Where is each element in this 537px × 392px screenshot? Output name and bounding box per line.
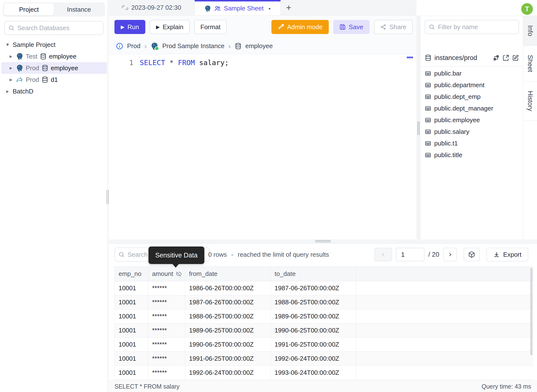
- database-search-input[interactable]: Search Databases: [4, 21, 104, 35]
- caret-right-icon[interactable]: ▸: [8, 53, 14, 60]
- tree-item-batchd[interactable]: ▸ BatchD: [0, 85, 108, 97]
- download-icon: [493, 251, 500, 258]
- table-cell[interactable]: 10001: [115, 281, 148, 295]
- schema-table-item[interactable]: public.t1: [421, 137, 523, 149]
- tab-info[interactable]: Info: [523, 16, 537, 46]
- table-cell[interactable]: 1991-06-25T00:00:00Z: [271, 338, 356, 352]
- table-row[interactable]: 10001******1986-06-26T00:00:00Z1987-06-2…: [115, 281, 534, 295]
- schema-diagram-icon[interactable]: [493, 54, 500, 61]
- sql-editor[interactable]: 1 SELECT * FROM salary;: [109, 54, 416, 239]
- editor-tab-unsaved[interactable]: 2023-09-27 02:30: [109, 0, 195, 15]
- schema-table-item[interactable]: public.dept_emp: [421, 91, 523, 102]
- results-resize-handle[interactable]: [315, 240, 331, 242]
- table-cell[interactable]: 10001: [115, 366, 148, 380]
- page-number-input[interactable]: [396, 248, 424, 261]
- panel-resize-handle[interactable]: [417, 121, 419, 135]
- info-icon[interactable]: [116, 43, 123, 50]
- unsaved-dot-icon: ●: [268, 6, 271, 10]
- table-cell[interactable]: 1990-06-25T00:00:00Z: [271, 324, 356, 338]
- breadcrumb-environment[interactable]: Prod: [127, 42, 140, 50]
- table-cell[interactable]: 1993-06-24T00:00:00Z: [271, 366, 356, 380]
- table-cell[interactable]: 10001: [115, 309, 148, 324]
- table-cell[interactable]: 10001: [115, 295, 148, 309]
- table-cell[interactable]: ******: [148, 324, 185, 338]
- table-cell[interactable]: ******: [148, 281, 185, 295]
- breadcrumb-instance[interactable]: Prod Sample Instance: [162, 42, 225, 50]
- schema-table-label: public.bar: [434, 70, 462, 77]
- table-cell-filler: [356, 352, 534, 366]
- schema-table-item[interactable]: public.dept_manager: [421, 102, 523, 114]
- table-row[interactable]: 10001******1988-06-25T00:00:00Z1989-06-2…: [115, 309, 534, 324]
- table-cell[interactable]: 1989-06-25T00:00:00Z: [271, 309, 356, 324]
- table-cell[interactable]: 1990-06-25T00:00:00Z: [185, 338, 271, 352]
- save-button[interactable]: Save: [333, 20, 369, 34]
- admin-mode-button[interactable]: Admin mode: [271, 20, 329, 34]
- table-row[interactable]: 10001******1990-06-25T00:00:00Z1991-06-2…: [115, 338, 534, 352]
- table-row[interactable]: 10001******1989-06-25T00:00:00Z1990-06-2…: [115, 324, 534, 338]
- edit-icon[interactable]: [512, 54, 519, 61]
- column-header-from_date[interactable]: from_date: [185, 267, 271, 281]
- tab-sheet[interactable]: Sheet: [523, 46, 537, 82]
- format-button[interactable]: Format: [194, 20, 227, 34]
- schema-table-item[interactable]: public.department: [421, 79, 523, 91]
- column-header-amount[interactable]: amount: [148, 267, 185, 281]
- prev-page-button[interactable]: [374, 248, 392, 261]
- table-row[interactable]: 10001******1992-06-24T00:00:00Z1993-06-2…: [115, 366, 534, 380]
- table-cell[interactable]: 1992-06-24T00:00:00Z: [185, 366, 271, 380]
- panel-divider-vertical[interactable]: [416, 16, 421, 243]
- table-cell[interactable]: 10001: [115, 338, 148, 352]
- column-header-emp_no[interactable]: emp_no: [115, 267, 148, 281]
- table-cell[interactable]: 1987-06-26T00:00:00Z: [185, 295, 271, 309]
- eye-off-icon[interactable]: [176, 271, 182, 277]
- editor-tab-sample-sheet[interactable]: Sample Sheet ●: [195, 0, 281, 15]
- table-cell[interactable]: 1988-06-25T00:00:00Z: [271, 295, 356, 309]
- table-row[interactable]: 10001******1987-06-26T00:00:00Z1988-06-2…: [115, 295, 534, 309]
- tab-history[interactable]: History: [523, 82, 537, 121]
- sidebar-view-switch: Project Instance: [3, 2, 105, 17]
- run-button[interactable]: ▶Run: [114, 20, 145, 34]
- table-cell[interactable]: 10001: [115, 324, 148, 338]
- table-cell[interactable]: ******: [148, 352, 185, 366]
- table-cell[interactable]: ******: [148, 309, 185, 324]
- tab-instance[interactable]: Instance: [54, 3, 104, 16]
- table-cell[interactable]: 1988-06-25T00:00:00Z: [185, 309, 271, 324]
- results-divider[interactable]: [109, 239, 537, 243]
- caret-right-icon[interactable]: ▸: [8, 77, 14, 83]
- breadcrumb-database[interactable]: employee: [245, 42, 273, 50]
- schema-table-item[interactable]: public.title: [421, 149, 523, 161]
- avatar[interactable]: T: [521, 3, 533, 15]
- table-cell[interactable]: 1991-06-25T00:00:00Z: [185, 352, 271, 366]
- table-cell[interactable]: 1987-06-26T00:00:00Z: [271, 281, 356, 295]
- table-cell[interactable]: ******: [148, 295, 185, 309]
- tree-item-test-employee[interactable]: ▸ Test employee: [0, 51, 108, 62]
- tree-item-prod-d1[interactable]: ▸ Prod d1: [0, 74, 108, 85]
- add-tab-button[interactable]: +: [281, 0, 297, 15]
- explain-button[interactable]: ▶Explain: [150, 20, 190, 34]
- table-cell[interactable]: ******: [148, 338, 185, 352]
- export-button[interactable]: Export: [486, 248, 528, 261]
- environment-label: Test: [26, 53, 37, 60]
- table-cell[interactable]: 10001: [115, 352, 148, 366]
- table-cell[interactable]: ******: [148, 366, 185, 380]
- limit-notice: reached the limit of query results: [238, 251, 329, 258]
- filter-input[interactable]: Filter by name: [425, 20, 519, 34]
- table-row[interactable]: 10001******1991-06-25T00:00:00Z1992-06-2…: [115, 352, 534, 366]
- schema-table-item[interactable]: public.employee: [421, 114, 523, 126]
- cube-button[interactable]: [464, 248, 480, 261]
- caret-down-icon[interactable]: ▾: [5, 42, 10, 48]
- table-cell[interactable]: 1989-06-25T00:00:00Z: [185, 324, 271, 338]
- caret-right-icon[interactable]: ▸: [5, 88, 10, 94]
- scrollbar-thumb[interactable]: [530, 268, 533, 355]
- table-cell[interactable]: 1992-06-24T00:00:00Z: [271, 352, 356, 366]
- tree-item-sample-project[interactable]: ▾ Sample Project: [0, 39, 108, 51]
- external-link-icon[interactable]: [502, 54, 509, 61]
- tree-item-prod-employee[interactable]: ▸ Prod employee: [1, 62, 107, 74]
- caret-right-icon[interactable]: ▸: [8, 65, 14, 71]
- next-page-button[interactable]: [443, 248, 457, 261]
- share-button[interactable]: Share: [374, 20, 413, 34]
- schema-table-item[interactable]: public.bar: [421, 68, 523, 79]
- schema-table-item[interactable]: public.salary: [421, 126, 523, 137]
- column-header-to_date[interactable]: to_date: [271, 267, 356, 281]
- table-cell[interactable]: 1986-06-26T00:00:00Z: [185, 281, 271, 295]
- tab-project[interactable]: Project: [4, 3, 54, 16]
